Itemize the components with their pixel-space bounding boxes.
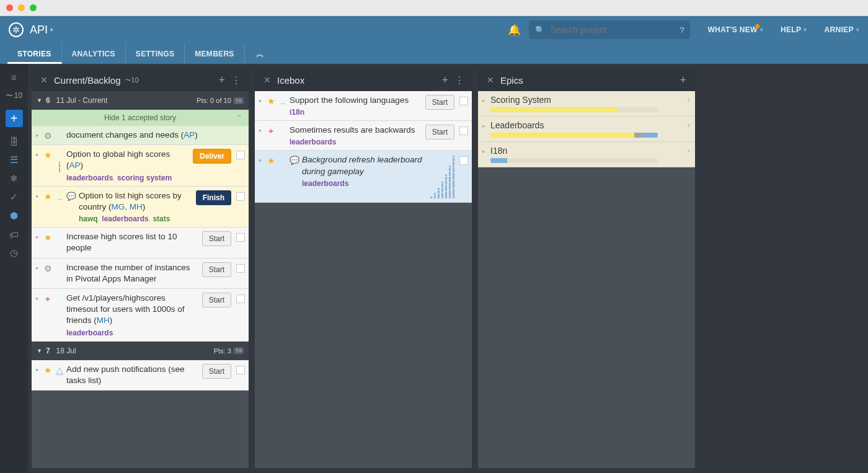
label[interactable]: leaderboards bbox=[302, 179, 348, 188]
story-select-checkbox[interactable] bbox=[236, 264, 245, 273]
panel-menu-icon[interactable]: ⋮ bbox=[229, 74, 244, 86]
owner-initials[interactable]: AP bbox=[69, 161, 81, 170]
user-menu[interactable]: ARNIEP ▾ bbox=[825, 25, 859, 34]
close-window-icon[interactable] bbox=[6, 4, 13, 11]
expand-icon[interactable]: ▸ bbox=[34, 149, 40, 182]
estimate-option[interactable] bbox=[449, 166, 451, 198]
panel-close-icon[interactable]: ✕ bbox=[483, 75, 498, 85]
label[interactable]: leaderboards bbox=[102, 214, 148, 223]
sidebar-list-icon[interactable]: ☰ bbox=[0, 151, 28, 169]
label[interactable]: i18n bbox=[290, 108, 304, 117]
minimize-window-icon[interactable] bbox=[18, 4, 25, 11]
hide-accepted-bar[interactable]: Hide 1 accepted story⌃ bbox=[32, 110, 249, 126]
story-state-button[interactable]: Deliver bbox=[193, 149, 231, 164]
comment-icon[interactable]: 💬 bbox=[290, 156, 299, 198]
label[interactable]: scoring system bbox=[117, 174, 172, 182]
expand-icon[interactable]: ▸ bbox=[480, 120, 487, 138]
owner-initials[interactable]: AP bbox=[184, 130, 195, 139]
story-state-button[interactable]: Start bbox=[425, 95, 454, 110]
panel-add-icon[interactable]: + bbox=[215, 74, 229, 87]
sidebar-add-button[interactable]: + bbox=[6, 110, 23, 127]
app-logo-icon[interactable]: ✲ bbox=[9, 22, 24, 37]
sidebar-labels-icon[interactable]: 🏷 bbox=[0, 225, 28, 244]
search-help-icon[interactable]: ? bbox=[680, 25, 684, 35]
sidebar-history-icon[interactable]: ◷ bbox=[0, 244, 28, 262]
sidebar-done-icon[interactable]: ✓ bbox=[0, 188, 28, 206]
story-row[interactable]: ▸★⧋Add new push notifications (see tasks… bbox=[32, 360, 249, 391]
estimate-option[interactable] bbox=[445, 174, 447, 198]
label[interactable]: leaderboards bbox=[66, 329, 113, 337]
expand-icon[interactable]: ▸ bbox=[34, 364, 40, 386]
nav-stories[interactable]: STORIES bbox=[7, 43, 62, 64]
story-state-button[interactable]: Start bbox=[425, 125, 454, 139]
story-row[interactable]: ▸★Option to global high scores (AP)leade… bbox=[32, 145, 249, 186]
estimate-option[interactable] bbox=[441, 182, 443, 198]
sidebar-hamburger-icon[interactable]: ≡ bbox=[0, 68, 28, 86]
label[interactable]: leaderboards bbox=[290, 138, 336, 146]
label[interactable]: stats bbox=[153, 214, 170, 223]
expand-icon[interactable]: ▸ bbox=[34, 190, 40, 223]
expand-icon[interactable]: ▸ bbox=[34, 293, 40, 337]
story-select-checkbox[interactable] bbox=[236, 294, 245, 303]
story-row[interactable]: ▸⌖Sometimes results are backwardsleaderb… bbox=[255, 121, 472, 151]
sidebar-epics-icon[interactable]: ⬢ bbox=[0, 206, 28, 225]
sidebar-velocity[interactable]: 〜10 bbox=[0, 86, 28, 105]
comment-icon[interactable]: 💬 bbox=[66, 192, 76, 223]
story-select-checkbox[interactable] bbox=[236, 366, 245, 374]
epic-row[interactable]: ▸I18n› bbox=[478, 142, 695, 167]
owner-initials[interactable]: MG, MH bbox=[112, 202, 143, 211]
story-row[interactable]: ▸⚙Increase the number of instances in Pi… bbox=[32, 259, 249, 289]
estimate-option[interactable] bbox=[453, 156, 454, 198]
expand-icon[interactable]: ▸ bbox=[480, 95, 487, 112]
story-select-checkbox[interactable] bbox=[459, 126, 468, 135]
maximize-window-icon[interactable] bbox=[30, 4, 37, 11]
project-selector[interactable]: API ▾ bbox=[30, 24, 53, 37]
panel-add-icon[interactable]: + bbox=[438, 74, 452, 87]
epic-row[interactable]: ▸Leaderboards› bbox=[478, 117, 695, 142]
story-state-button[interactable]: Start bbox=[202, 364, 231, 379]
nav-analytics[interactable]: ANALYTICS bbox=[62, 43, 126, 64]
story-row[interactable]: ▸★_Support the following languagesi18nSt… bbox=[255, 91, 472, 121]
story-select-checkbox[interactable] bbox=[459, 156, 468, 165]
story-row[interactable]: ▸★_💬Option to list high scores by countr… bbox=[32, 187, 249, 228]
label[interactable]: hawq bbox=[79, 214, 98, 223]
story-row[interactable]: ▸⚙document changes and needs (AP) bbox=[32, 126, 249, 145]
story-select-checkbox[interactable] bbox=[236, 151, 245, 159]
story-select-checkbox[interactable] bbox=[236, 192, 245, 201]
iteration-header[interactable]: ▼718 JulPts: 3TS bbox=[32, 342, 249, 360]
help-link[interactable]: HELP ▾ bbox=[781, 25, 807, 34]
panel-close-icon[interactable]: ✕ bbox=[37, 75, 51, 85]
expand-icon[interactable]: ▸ bbox=[480, 146, 487, 163]
expand-icon[interactable]: ▸ bbox=[257, 154, 264, 198]
nav-collapse-icon[interactable]: ︽ bbox=[245, 43, 275, 64]
estimate-option[interactable] bbox=[430, 197, 432, 198]
story-row[interactable]: ▸★💬Background refresh leaderboard during… bbox=[255, 151, 472, 203]
story-row[interactable]: ▸★Increase high scores list to 10 people… bbox=[32, 228, 249, 258]
notifications-bell-icon[interactable]: 🔔 bbox=[505, 24, 523, 37]
nav-members[interactable]: MEMBERS bbox=[185, 43, 244, 64]
panel-close-icon[interactable]: ✕ bbox=[260, 75, 275, 85]
sidebar-mywork-icon[interactable]: 🗄 bbox=[0, 132, 28, 151]
whats-new-link[interactable]: WHAT'S NEW ▾ bbox=[707, 25, 763, 34]
owner-initials[interactable]: MH bbox=[97, 316, 110, 325]
iteration-header[interactable]: ▼611 Jul - CurrentPts: 0 of 10TS bbox=[32, 91, 249, 110]
nav-settings[interactable]: SETTINGS bbox=[126, 43, 185, 64]
story-state-button[interactable]: Finish bbox=[196, 190, 231, 205]
estimate-option[interactable] bbox=[434, 193, 436, 198]
epic-row[interactable]: ▸Scoring System› bbox=[478, 91, 695, 117]
panel-menu-icon[interactable]: ⋮ bbox=[452, 74, 467, 86]
expand-icon[interactable]: ▸ bbox=[257, 125, 264, 146]
story-row[interactable]: ▸⌖Get /v1/players/highscores timesout fo… bbox=[32, 289, 249, 342]
expand-icon[interactable]: ▸ bbox=[34, 231, 40, 254]
story-state-button[interactable]: Start bbox=[202, 262, 231, 277]
search-input[interactable] bbox=[550, 25, 675, 35]
search-box[interactable]: 🔍 ? bbox=[529, 20, 690, 39]
expand-icon[interactable]: ▸ bbox=[257, 95, 264, 117]
story-select-checkbox[interactable] bbox=[236, 233, 245, 242]
sidebar-icebox-icon[interactable]: ❄ bbox=[0, 169, 28, 188]
story-select-checkbox[interactable] bbox=[459, 97, 468, 105]
story-state-button[interactable]: Start bbox=[202, 231, 231, 246]
expand-icon[interactable]: ▸ bbox=[34, 262, 40, 285]
expand-icon[interactable]: ▸ bbox=[34, 130, 40, 141]
story-state-button[interactable]: Start bbox=[202, 293, 231, 307]
